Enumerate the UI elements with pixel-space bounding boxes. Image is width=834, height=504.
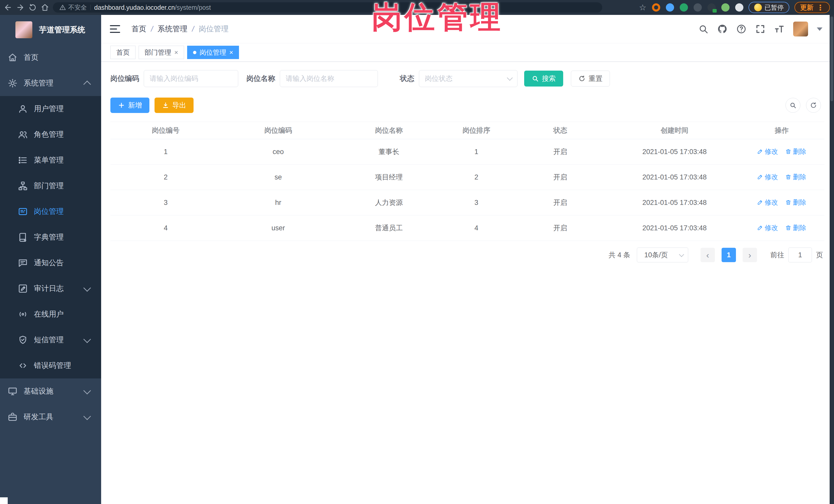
logo-row[interactable]: 芋道管理系统	[0, 15, 101, 45]
sidebar-item-error-code-management[interactable]: 错误码管理	[0, 353, 101, 378]
browser-toolbar: 不安全 dashboard.yudao.iocoder.cn/system/po…	[0, 0, 834, 15]
sidebar-item-infrastructure[interactable]: 基础设施	[0, 378, 101, 404]
prev-page-button[interactable]: ‹	[701, 248, 715, 262]
delete-link[interactable]: 删除	[785, 223, 806, 232]
sidebar-item-label: 菜单管理	[34, 155, 64, 165]
page-number-1[interactable]: 1	[722, 248, 736, 262]
browser-forward-icon[interactable]	[16, 3, 25, 12]
tag-tab-current[interactable]: 岗位管理×	[187, 46, 239, 59]
delete-icon	[785, 148, 791, 155]
header-search-icon[interactable]	[698, 24, 708, 34]
sidebar-item-dict-management[interactable]: 字典管理	[0, 224, 101, 250]
fullscreen-icon[interactable]	[755, 24, 766, 34]
help-icon[interactable]	[736, 24, 746, 34]
tag-tab-home[interactable]: 首页	[110, 46, 135, 59]
table-cell: 人力资源	[335, 198, 442, 207]
home-icon	[8, 52, 18, 62]
reset-button[interactable]: 重置	[571, 71, 610, 87]
sidebar-collapse-icon[interactable]	[110, 25, 120, 33]
avatar-caret-down-icon[interactable]	[817, 27, 822, 31]
pagination-total: 共 4 条	[609, 250, 630, 260]
dept-tree-icon	[18, 181, 28, 191]
sidebar-item-post-management[interactable]: 岗位管理	[0, 199, 101, 224]
sidebar-item-notice-management[interactable]: 通知公告	[0, 250, 101, 276]
sidebar-item-system-management[interactable]: 系统管理	[0, 70, 101, 96]
breadcrumb-home[interactable]: 首页	[131, 24, 146, 34]
table-row: 3hr人力资源3开启2021-01-05 17:03:48修改删除	[110, 190, 825, 215]
search-button[interactable]: 搜索	[524, 71, 563, 87]
sidebar-item-label: 短信管理	[34, 335, 64, 345]
table-cell: 普通员工	[335, 223, 442, 233]
page-content: 岗位编码 岗位名称 状态 搜索 重置 新增	[101, 62, 830, 262]
edit-link[interactable]: 修改	[757, 223, 778, 232]
font-size-icon[interactable]	[774, 24, 785, 34]
ext-sliders-icon[interactable]	[694, 3, 702, 12]
post-name-label: 岗位名称	[246, 74, 275, 84]
browser-scrollbar[interactable]	[830, 15, 834, 504]
status-select[interactable]	[419, 70, 518, 87]
table-cell: 开启	[510, 147, 610, 156]
browser-menu-icon[interactable]: ⋮	[816, 3, 824, 12]
ext-puzzle-icon[interactable]	[735, 3, 743, 12]
delete-link[interactable]: 删除	[785, 173, 806, 181]
github-icon[interactable]	[717, 24, 727, 34]
browser-reload-icon[interactable]	[28, 3, 37, 12]
close-tab-icon[interactable]: ×	[229, 49, 233, 56]
toggle-search-button[interactable]	[786, 98, 800, 113]
sidebar-menu: 首页系统管理用户管理角色管理菜单管理部门管理岗位管理字典管理通知公告审计日志在线…	[0, 45, 101, 430]
sidebar-item-audit-log[interactable]: 审计日志	[0, 276, 101, 302]
refresh-icon	[578, 75, 586, 82]
sidebar-item-sms-management[interactable]: 短信管理	[0, 327, 101, 353]
magnifier-icon	[532, 75, 539, 82]
refresh-table-button[interactable]	[806, 98, 821, 113]
ext-green-leaf-icon[interactable]	[721, 3, 729, 12]
next-page-button[interactable]: ›	[743, 248, 757, 262]
edit-link[interactable]: 修改	[757, 147, 778, 156]
tag-tab-other-1[interactable]: 部门管理×	[139, 46, 184, 59]
add-button[interactable]: 新增	[110, 97, 149, 113]
breadcrumb-current: 岗位管理	[199, 24, 228, 34]
roles-icon	[18, 130, 28, 139]
sidebar-item-home[interactable]: 首页	[0, 45, 101, 70]
post-name-input[interactable]	[280, 70, 378, 87]
status-select-input[interactable]	[419, 70, 518, 87]
sidebar-item-user-management[interactable]: 用户管理	[0, 96, 101, 122]
devtools-icon	[8, 412, 18, 422]
goto-page-input[interactable]	[788, 247, 812, 262]
edit-link[interactable]: 修改	[757, 198, 778, 207]
browser-home-icon[interactable]	[41, 3, 49, 12]
table-cell: 4	[442, 224, 510, 232]
browser-back-icon[interactable]	[4, 3, 12, 12]
address-bar[interactable]: 不安全 dashboard.yudao.iocoder.cn/system/po…	[53, 2, 602, 13]
sidebar-item-role-management[interactable]: 角色管理	[0, 122, 101, 147]
paused-extension-badge[interactable]: 已暂停	[748, 2, 789, 13]
chrome-update-button[interactable]: 更新 ⋮	[794, 2, 830, 13]
ext-blue-pin-icon[interactable]	[666, 3, 674, 12]
table-header-cell: 状态	[510, 126, 610, 135]
edit-icon	[757, 199, 763, 205]
ext-orange-ring-icon[interactable]	[652, 3, 660, 12]
edit-link[interactable]: 修改	[757, 173, 778, 181]
sidebar-item-dev-tools[interactable]: 研发工具	[0, 404, 101, 430]
sidebar-item-menu-management[interactable]: 菜单管理	[0, 147, 101, 173]
table-cell: ceo	[221, 148, 335, 156]
tag-tab-label: 部门管理	[145, 48, 171, 57]
delete-link[interactable]: 删除	[785, 198, 806, 207]
user-avatar[interactable]	[793, 22, 808, 37]
ext-green-check-icon[interactable]	[680, 3, 688, 12]
post-table: 岗位编号岗位编码岗位名称岗位排序状态创建时间操作 1ceo董事长1开启2021-…	[110, 122, 825, 241]
bookmark-star-icon[interactable]: ☆	[639, 3, 646, 12]
table-cell: 开启	[510, 198, 610, 207]
page-size-select[interactable]: 10条/页	[637, 247, 688, 262]
sidebar-item-dept-management[interactable]: 部门管理	[0, 173, 101, 199]
delete-link[interactable]: 删除	[785, 147, 806, 156]
table-cell: 2021-01-05 17:03:48	[610, 148, 739, 156]
close-tab-icon[interactable]: ×	[174, 49, 178, 56]
plus-icon	[118, 102, 125, 109]
post-code-input[interactable]	[144, 70, 238, 87]
sidebar-item-online-users[interactable]: 在线用户	[0, 302, 101, 327]
breadcrumb-system[interactable]: 系统管理	[158, 24, 188, 34]
ext-gtm-icon[interactable]	[707, 3, 716, 12]
export-button[interactable]: 导出	[155, 97, 194, 113]
menu-list-icon	[18, 155, 28, 165]
